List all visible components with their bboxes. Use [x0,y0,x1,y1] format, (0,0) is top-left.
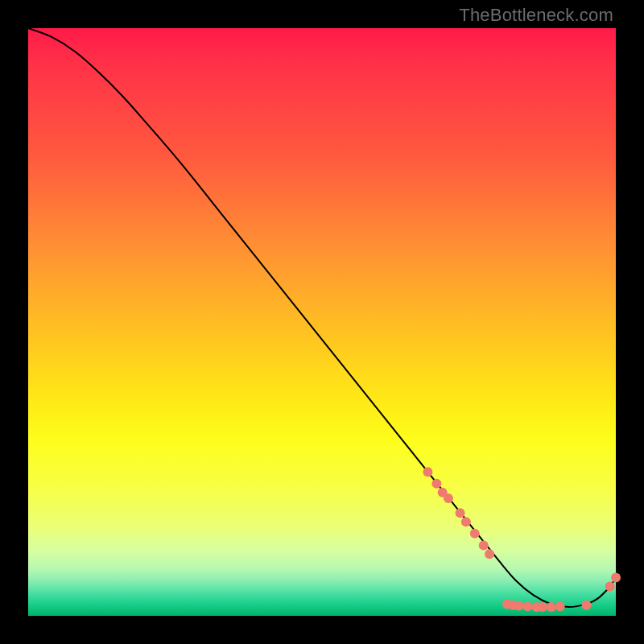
bottleneck-curve [28,28,616,607]
marker-dot [470,529,480,539]
marker-dot [611,573,621,583]
marker-dot [514,601,524,611]
marker-dot [538,602,547,612]
marker-dot [605,582,615,592]
plot-area [28,28,616,616]
chart-svg [28,28,616,616]
marker-dot [547,602,556,612]
marker-dot [431,479,441,489]
marker-dot [523,601,533,611]
marker-dot [456,508,465,518]
marker-dot [582,601,592,610]
marker-dot [461,517,471,526]
chart-frame: TheBottleneck.com [0,0,644,644]
watermark-text: TheBottleneck.com [459,5,613,26]
marker-dot [555,601,565,611]
curve-markers [423,467,621,612]
marker-dot [485,549,494,559]
marker-dot [423,467,432,477]
marker-dot [479,540,489,550]
marker-dot [444,493,453,503]
